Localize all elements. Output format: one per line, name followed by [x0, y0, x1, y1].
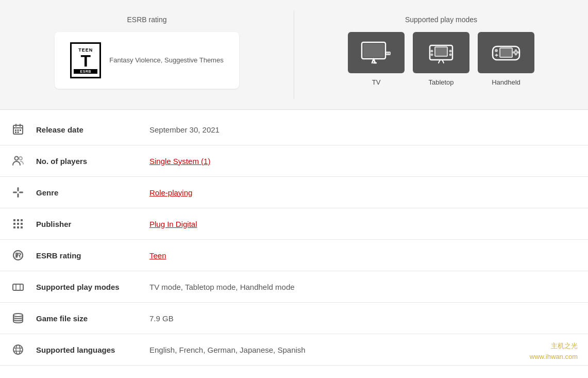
- svg-point-35: [15, 157, 19, 160]
- svg-rect-43: [21, 219, 23, 221]
- esrb-esrb-label: ESRB: [74, 69, 97, 74]
- svg-point-36: [19, 157, 22, 160]
- play-modes-panel: Supported play modes: [294, 10, 588, 99]
- genre-label: Genre: [36, 188, 139, 197]
- row-publisher: Publisher Plug In Digital: [0, 208, 588, 240]
- svg-rect-38: [18, 193, 19, 198]
- svg-rect-32: [20, 129, 21, 131]
- svg-rect-46: [21, 223, 23, 225]
- svg-rect-9: [435, 47, 447, 56]
- esrb-panel: ESRB rating TEEN T ESRB Fantasy Violence…: [0, 10, 294, 99]
- svg-rect-40: [19, 192, 23, 193]
- publisher-icon: [10, 218, 26, 230]
- row-release-date: Release date September 30, 2021: [0, 114, 588, 145]
- languages-label: Supported languages: [36, 346, 139, 354]
- publisher-label: Publisher: [36, 220, 139, 228]
- svg-point-11: [431, 54, 433, 56]
- players-value[interactable]: Single System (1): [149, 157, 210, 166]
- svg-rect-52: [13, 284, 23, 290]
- row-genre: Genre Role-playing: [0, 177, 588, 208]
- svg-rect-21: [496, 54, 497, 57]
- svg-point-24: [513, 51, 515, 54]
- svg-rect-30: [15, 129, 16, 131]
- row-languages: Supported languages English, French, Ger…: [0, 334, 588, 366]
- svg-rect-44: [13, 223, 15, 225]
- tv-icon-box: [348, 32, 405, 73]
- esrb-card: TEEN T ESRB Fantasy Violence, Suggestive…: [55, 32, 239, 89]
- play-mode-tv: TV: [348, 32, 405, 86]
- svg-point-7: [389, 53, 390, 54]
- tv-label: TV: [372, 78, 381, 86]
- svg-point-12: [449, 50, 452, 53]
- row-file-size: Game file size 7.9 GB: [0, 303, 588, 334]
- svg-rect-31: [18, 129, 19, 131]
- svg-rect-18: [500, 48, 512, 57]
- play-mode-handheld: Handheld: [478, 32, 534, 86]
- esrb-panel-title: ESRB rating: [127, 15, 166, 24]
- genre-value[interactable]: Role-playing: [149, 188, 192, 197]
- tv-icon: [361, 41, 392, 64]
- row-esrb: ESRB rating Teen: [0, 240, 588, 271]
- svg-rect-33: [15, 132, 16, 133]
- players-label: No. of players: [36, 157, 139, 166]
- file-size-label: Game file size: [36, 314, 139, 323]
- esrb-rating-value[interactable]: Teen: [149, 251, 166, 260]
- svg-rect-47: [13, 226, 15, 228]
- tabletop-icon: [426, 41, 457, 64]
- play-modes-icons: TV: [348, 32, 534, 86]
- play-mode-tabletop: Tabletop: [413, 32, 469, 86]
- svg-rect-41: [13, 219, 15, 221]
- genre-icon: [10, 186, 26, 199]
- svg-point-19: [495, 49, 498, 52]
- svg-point-25: [516, 51, 519, 54]
- svg-point-13: [449, 54, 452, 56]
- release-date-value: September 30, 2021: [149, 125, 220, 134]
- filesize-icon: [10, 312, 26, 324]
- play-modes-row-value: TV mode, Tabletop mode, Handheld mode: [149, 283, 295, 291]
- svg-rect-37: [18, 187, 19, 191]
- svg-rect-45: [17, 223, 19, 225]
- calendar-icon: [10, 123, 26, 136]
- esrb-t-letter: T: [81, 53, 91, 69]
- languages-value: English, French, German, Japanese, Spani…: [149, 346, 306, 354]
- play-modes-title: Supported play modes: [405, 15, 477, 24]
- svg-point-58: [16, 345, 20, 354]
- esrb-badge: TEEN T ESRB: [70, 42, 101, 78]
- svg-point-57: [13, 345, 23, 354]
- svg-point-51: [13, 251, 23, 260]
- handheld-icon: [491, 41, 522, 64]
- svg-rect-34: [18, 132, 19, 133]
- playmodes-row-icon: [10, 281, 26, 293]
- svg-rect-39: [13, 192, 17, 193]
- svg-rect-5: [385, 52, 391, 55]
- handheld-label: Handheld: [492, 78, 520, 86]
- svg-point-56: [13, 314, 23, 317]
- esrb-description-text: Fantasy Violence, Suggestive Themes: [109, 55, 223, 65]
- tabletop-icon-box: [413, 32, 469, 73]
- svg-rect-49: [21, 226, 23, 228]
- svg-point-6: [387, 53, 388, 54]
- esrb-row-icon: [10, 249, 26, 261]
- languages-icon: [10, 343, 26, 356]
- svg-rect-48: [17, 226, 19, 228]
- svg-rect-42: [17, 219, 19, 221]
- file-size-value: 7.9 GB: [149, 314, 174, 323]
- svg-point-10: [431, 50, 433, 53]
- esrb-rating-label: ESRB rating: [36, 251, 139, 260]
- release-date-label: Release date: [36, 125, 139, 134]
- play-modes-row-label: Supported play modes: [36, 283, 139, 291]
- top-section: ESRB rating TEEN T ESRB Fantasy Violence…: [0, 0, 588, 109]
- row-play-modes: Supported play modes TV mode, Tabletop m…: [0, 271, 588, 303]
- info-table: Release date September 30, 2021 No. of p…: [0, 114, 588, 366]
- row-players: No. of players Single System (1): [0, 145, 588, 177]
- tabletop-label: Tabletop: [428, 78, 453, 86]
- svg-rect-1: [363, 44, 384, 57]
- handheld-icon-box: [478, 32, 534, 73]
- publisher-value[interactable]: Plug In Digital: [149, 220, 197, 228]
- players-icon: [10, 155, 26, 167]
